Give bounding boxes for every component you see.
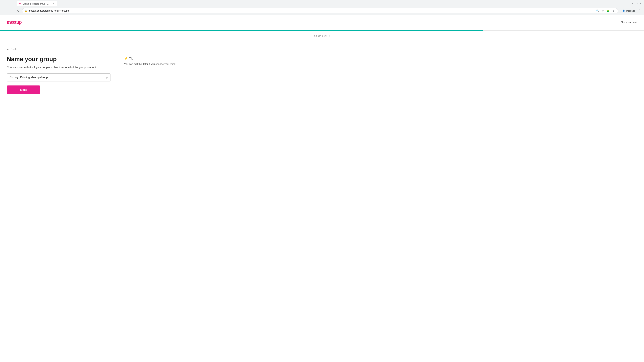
address-bar-row: ← → ↻ 🔒 meetup.com/start/name?origin=gro… <box>0 7 644 15</box>
back-nav-button[interactable]: ← <box>2 8 8 13</box>
tip-panel: ⚡ Tip You can edit this later if you cha… <box>124 55 176 66</box>
browser-chrome: − □ × M Create a Meetup group - Meet... … <box>0 0 644 15</box>
step-indicator: STEP 3 OF 4 <box>0 31 644 37</box>
back-nav-icon: ← <box>3 9 6 12</box>
incognito-icon: 👤 <box>622 9 625 12</box>
extensions-button[interactable]: 🧩 <box>606 8 610 13</box>
incognito-badge[interactable]: 👤 Incognito <box>621 8 636 13</box>
split-view-button[interactable]: ⧉ <box>611 8 616 13</box>
maximize-button[interactable]: □ <box>6 2 9 5</box>
back-link[interactable]: ← Back <box>7 48 17 51</box>
tip-text: You can edit this later if you change yo… <box>124 62 176 66</box>
minimize-button[interactable]: − <box>2 2 5 5</box>
logo-svg: meetup <box>7 18 27 25</box>
forward-nav-icon: → <box>10 9 13 12</box>
progress-bar-container <box>0 30 644 31</box>
save-exit-button[interactable]: Save and exit <box>621 21 637 24</box>
tab-close-button[interactable]: × <box>52 2 55 5</box>
address-bar[interactable]: 🔒 meetup.com/start/name?origin=groups 🔍 … <box>22 8 618 13</box>
page-header: meetup Save and exit <box>0 15 644 30</box>
refresh-button[interactable]: ↻ <box>16 8 21 13</box>
url-text: meetup.com/start/name?origin=groups <box>28 9 69 12</box>
search-icon-btn[interactable]: 🔍 <box>595 8 600 13</box>
win-close-btn[interactable]: × <box>639 2 642 5</box>
address-bar-icons: 🔍 ☆ 🧩 ⧉ <box>595 8 616 13</box>
progress-bar-fill <box>0 30 483 31</box>
char-count: 31 <box>106 77 108 79</box>
active-tab[interactable]: M Create a Meetup group - Meet... × <box>17 1 57 6</box>
refresh-icon: ↻ <box>17 9 19 12</box>
incognito-label: Incognito <box>626 9 635 12</box>
page-description: Choose a name that will give people a cl… <box>7 65 111 69</box>
tip-icon: ⚡ <box>124 57 128 60</box>
page-title: Name your group <box>7 55 111 63</box>
secure-icon: 🔒 <box>24 9 27 12</box>
tip-title: Tip <box>129 57 133 60</box>
bookmark-button[interactable]: ☆ <box>600 8 605 13</box>
tip-header: ⚡ Tip <box>124 57 176 60</box>
svg-text:meetup: meetup <box>7 19 22 25</box>
browser-menu-button[interactable]: ⋮ <box>637 8 642 13</box>
logo-text: meetup <box>7 18 27 26</box>
forward-nav-button[interactable]: → <box>9 8 14 13</box>
new-tab-button[interactable]: + <box>58 2 62 6</box>
page-content: ← Back Name your group Choose a name tha… <box>0 41 201 101</box>
win-minimize-btn[interactable]: − <box>631 2 634 5</box>
content-layout: Name your group Choose a name that will … <box>7 55 194 94</box>
tab-bar: M Create a Meetup group - Meet... × + <box>15 0 629 6</box>
win-maximize-btn[interactable]: ⧉ <box>635 2 638 5</box>
browser-actions: 👤 Incognito ⋮ <box>621 8 642 13</box>
tab-title: Create a Meetup group - Meet... <box>23 2 51 5</box>
meetup-logo[interactable]: meetup <box>7 18 27 26</box>
close-window-button[interactable]: × <box>10 2 13 5</box>
window-controls: − □ × <box>2 2 13 5</box>
back-link-label: Back <box>11 48 17 51</box>
group-name-input-container: 31 <box>7 73 111 81</box>
title-bar: − □ × M Create a Meetup group - Meet... … <box>0 0 644 7</box>
back-arrow-icon: ← <box>7 48 10 51</box>
next-button[interactable]: Next <box>7 85 40 94</box>
tab-favicon: M <box>19 2 22 5</box>
main-form: Name your group Choose a name that will … <box>7 55 111 94</box>
group-name-input[interactable] <box>10 76 108 79</box>
